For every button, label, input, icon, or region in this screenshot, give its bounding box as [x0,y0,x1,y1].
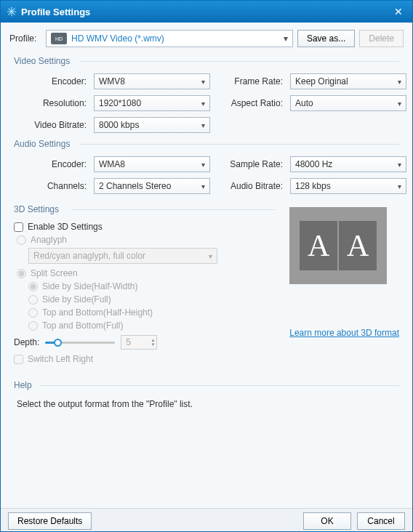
chevron-down-icon: ▾ [201,121,205,129]
chevron-down-icon: ▾ [398,161,401,169]
video-bitrate-label: Video Bitrate: [14,120,87,130]
preview-right-icon: A [339,221,377,270]
anaglyph-label: Anaglyph [31,235,67,245]
resolution-label: Resolution: [14,98,87,108]
channels-select[interactable]: 2 Channels Stereo▾ [94,178,210,194]
profile-value: HD WMV Video (*.wmv) [71,33,164,44]
chevron-down-icon: ▾ [201,78,205,86]
split-screen-radio[interactable] [17,269,26,278]
sample-rate-select[interactable]: 48000 Hz▾ [290,156,406,172]
channels-label: Channels: [14,181,87,191]
switch-lr-checkbox[interactable]: Switch Left Right [14,354,275,364]
enable-3d-checkbox[interactable]: Enable 3D Settings [14,222,275,232]
restore-defaults-button[interactable]: Restore Defaults [8,512,92,530]
help-section-title: Help [14,380,399,390]
preview-left-icon: A [300,221,337,270]
chevron-down-icon: ▾ [398,182,401,190]
close-icon[interactable]: ✕ [390,4,406,20]
3d-preview: A A [289,207,387,284]
resolution-select[interactable]: 1920*1080▾ [94,95,210,111]
video-section-title: Video Settings [14,56,399,66]
audio-section-title: Audio Settings [14,139,399,149]
save-as-button[interactable]: Save as... [297,30,355,47]
delete-button[interactable]: Delete [359,30,404,47]
chevron-down-icon: ▾ [284,33,288,44]
chevron-down-icon: ▾ [398,100,401,108]
chevron-down-icon: ▾ [201,100,205,108]
app-icon [7,7,17,17]
title-bar: Profile Settings ✕ [1,1,412,23]
window-title: Profile Settings [21,7,390,17]
sbs-full-radio[interactable] [28,295,38,305]
tab-full-radio[interactable] [28,321,38,331]
depth-label: Depth: [14,337,39,347]
anaglyph-select[interactable]: Red/cyan anaglyph, full color ▾ [28,248,217,264]
switch-lr-input[interactable] [14,355,23,364]
frame-rate-select[interactable]: Keep Original▾ [290,73,406,89]
spinner-buttons-icon: ▲▼ [151,338,155,347]
audio-bitrate-select[interactable]: 128 kbps▾ [290,178,406,194]
chevron-down-icon: ▾ [201,161,205,169]
anaglyph-radio[interactable] [17,235,26,245]
aspect-ratio-label: Aspect Ratio: [217,98,283,108]
audio-bitrate-label: Audio Bitrate: [217,181,283,191]
video-encoder-label: Encoder: [14,76,87,86]
profile-label: Profile: [9,33,41,44]
frame-rate-label: Frame Rate: [217,76,283,86]
chevron-down-icon: ▾ [209,252,212,260]
depth-slider[interactable] [45,337,115,347]
3d-section-title: 3D Settings [14,204,275,214]
sample-rate-label: Sample Rate: [217,159,283,169]
audio-encoder-select[interactable]: WMA8▾ [94,156,210,172]
audio-encoder-label: Encoder: [14,159,87,169]
video-encoder-select[interactable]: WMV8▾ [94,73,210,89]
learn-more-3d-link[interactable]: Learn more about 3D format [289,328,399,338]
sbs-half-radio[interactable] [28,282,38,291]
ok-button[interactable]: OK [303,512,351,530]
profile-select[interactable]: HD HD WMV Video (*.wmv) ▾ [46,30,293,47]
help-text: Select the output format from the "Profi… [14,398,399,411]
depth-spinner[interactable]: 5 ▲▼ [121,335,157,350]
hd-badge-icon: HD [51,33,67,44]
chevron-down-icon: ▾ [398,78,401,86]
chevron-down-icon: ▾ [201,182,205,190]
split-screen-label: Split Screen [31,268,78,278]
video-bitrate-select[interactable]: 8000 kbps▾ [94,117,210,133]
cancel-button[interactable]: Cancel [357,512,405,530]
tab-half-radio[interactable] [28,308,38,318]
enable-3d-input[interactable] [14,222,23,232]
aspect-ratio-select[interactable]: Auto▾ [290,95,406,111]
